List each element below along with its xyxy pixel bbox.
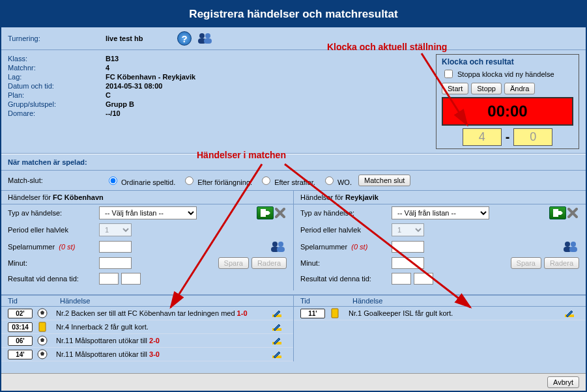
edit-icon[interactable]	[267, 335, 287, 346]
delete-button[interactable]: Radera	[251, 257, 287, 269]
period-select-home[interactable]: 1	[99, 223, 132, 236]
edit-icon[interactable]	[267, 349, 287, 359]
match-end-label: Match-slut:	[8, 176, 99, 184]
value-grupp: Grupp B	[106, 100, 301, 109]
team-away-col: Händelser för Reykjavik Typ av händelse:…	[294, 191, 586, 290]
svg-point-10	[571, 242, 576, 247]
minute-input-home[interactable]	[99, 257, 132, 269]
footer: Avbryt	[1, 373, 586, 391]
svg-rect-15	[39, 322, 46, 331]
value-domare: --/10	[106, 109, 301, 118]
change-button[interactable]: Ändra	[504, 83, 535, 94]
people-icon[interactable]	[270, 240, 287, 253]
label-grupp: Grupp/slutspel:	[8, 100, 106, 109]
result-away-b[interactable]	[414, 273, 433, 285]
event-row[interactable]: 06'Nr.11 Målspottaren utökar till 2-0	[1, 334, 293, 348]
event-time: 02'	[8, 309, 33, 318]
label-matchnr: Matchnr:	[8, 63, 106, 72]
value-datum: 2014-05-31 08:00	[106, 81, 301, 91]
events-home: Tid Händelse 02'Nr.2 Backen ser till att…	[1, 294, 294, 361]
label-plan: Plan:	[8, 91, 106, 100]
team-home-header: Händelser för FC Köbenhavn	[1, 191, 293, 204]
help-icon[interactable]: ?	[177, 31, 192, 46]
label-lag: Lag:	[8, 72, 106, 81]
svg-point-6	[278, 242, 283, 247]
score-row: 4 - 0	[442, 128, 573, 146]
go-icon[interactable]	[549, 206, 566, 219]
svg-point-4	[272, 242, 278, 247]
event-row[interactable]: 14'Nr.11 Målspottaren utökar till 3-0	[1, 348, 293, 361]
stop-clock-checkbox-input[interactable]	[444, 70, 453, 78]
close-icon[interactable]	[566, 206, 579, 219]
save-button[interactable]: Spara	[511, 257, 541, 269]
page-title: Registrera händelser och matchresultat	[1, 1, 586, 27]
typ-label: Typ av händelse:	[8, 209, 99, 217]
ball-icon	[33, 335, 52, 346]
yellow-card-icon	[325, 308, 345, 318]
people-icon[interactable]	[197, 32, 214, 45]
stop-button[interactable]: Stopp	[471, 83, 502, 94]
event-row[interactable]: 02'Nr.2 Backen ser till att FC Köbenhavn…	[1, 307, 293, 320]
event-time: 14'	[8, 350, 33, 359]
event-text: Nr.1 Goalkeeper ISL får gult kort.	[345, 309, 560, 317]
th-handelse: Händelse	[60, 297, 90, 305]
minute-input-away[interactable]	[392, 257, 424, 269]
result-away-a[interactable]	[392, 273, 411, 285]
score-away: 0	[513, 128, 552, 146]
radio-ordinarie[interactable]: Ordinarie speltid.	[106, 175, 175, 186]
svg-point-2	[205, 33, 210, 38]
radio-forlangning[interactable]: Efter förlängning.	[182, 175, 252, 186]
edit-icon[interactable]	[267, 322, 287, 332]
team-away-header: Händelser för Reykjavik	[294, 191, 586, 204]
info-values: B13 4 FC Köbenhavn - Reykjavik 2014-05-3…	[106, 54, 301, 149]
event-text: Nr.11 Målspottaren utökar till 2-0	[52, 337, 267, 344]
people-icon[interactable]	[562, 240, 579, 253]
svg-point-8	[565, 242, 570, 247]
svg-rect-23	[332, 309, 338, 318]
period-select-away[interactable]: 1	[392, 223, 424, 236]
edit-icon[interactable]	[267, 308, 287, 318]
match-end-button[interactable]: Matchen slut	[358, 175, 410, 186]
delete-button[interactable]: Radera	[544, 257, 579, 269]
tournament-value: live test hb	[106, 34, 177, 43]
clock-panel: Klocka och resultat Stoppa klocka vid ny…	[436, 54, 579, 149]
event-time: 03:14	[8, 322, 33, 332]
clock-title: Klocka och resultat	[442, 57, 573, 66]
result-home-b[interactable]	[121, 273, 141, 285]
event-text: Nr.11 Målspottaren utökar till 3-0	[52, 350, 267, 358]
value-matchnr: 4	[106, 63, 301, 72]
edit-icon[interactable]	[560, 308, 579, 318]
event-row[interactable]: 03:14Nr.4 Innerback 2 får gult kort.	[1, 320, 293, 334]
period-label: Period eller halvlek	[8, 226, 99, 234]
app-window: Registrera händelser och matchresultat T…	[0, 0, 587, 392]
minute-label: Minut:	[8, 259, 99, 267]
svg-rect-7	[277, 247, 285, 252]
event-time: 11'	[300, 309, 325, 318]
result-time-label: Resultat vid denna tid:	[8, 275, 99, 283]
player-input-away[interactable]	[392, 241, 424, 253]
events-away: Tid Händelse 11'Nr.1 Goalkeeper ISL får …	[294, 294, 586, 361]
close-icon[interactable]	[274, 206, 287, 219]
player-input-home[interactable]	[99, 241, 132, 253]
score-dash: -	[506, 130, 510, 145]
save-button[interactable]: Spara	[218, 257, 249, 269]
event-type-select-home[interactable]: -- Välj från listan --	[99, 206, 197, 219]
ball-icon	[33, 308, 52, 318]
tournament-row: Turnering: live test hb ?	[1, 27, 586, 50]
event-type-select-away[interactable]: -- Välj från listan --	[392, 206, 489, 219]
player-label: Spelarnummer (0 st)	[8, 243, 99, 251]
label-domare: Domare:	[8, 109, 106, 118]
result-home-a[interactable]	[99, 273, 119, 285]
radio-straffar[interactable]: Efter straffar.	[259, 175, 315, 186]
yellow-card-icon	[33, 322, 52, 332]
score-home: 4	[463, 128, 502, 146]
value-lag: FC Köbenhavn - Reykjavik	[106, 72, 301, 81]
stop-clock-checkbox[interactable]: Stoppa klocka vid ny händelse	[442, 66, 573, 81]
radio-wo[interactable]: WO.	[322, 175, 352, 186]
go-icon[interactable]	[257, 206, 274, 219]
stop-clock-label: Stoppa klocka vid ny händelse	[457, 70, 554, 78]
cancel-button[interactable]: Avbryt	[547, 376, 579, 388]
team-home-col: Händelser för FC Köbenhavn Typ av händel…	[1, 191, 294, 290]
start-button[interactable]: Start	[442, 83, 468, 94]
event-row[interactable]: 11'Nr.1 Goalkeeper ISL får gult kort.	[294, 307, 586, 320]
